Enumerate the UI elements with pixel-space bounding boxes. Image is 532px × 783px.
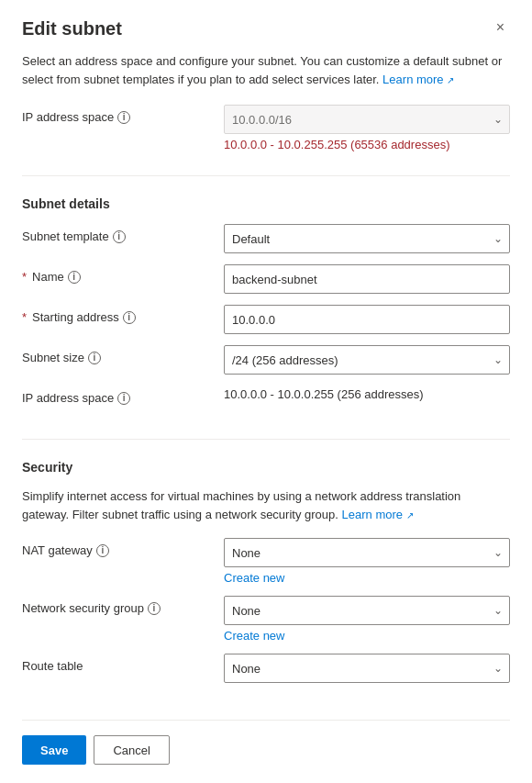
subnet-name-control [224, 264, 510, 294]
subnet-name-info-icon[interactable]: i [68, 271, 81, 284]
subnet-template-control: Default ⌄ [224, 224, 510, 253]
panel-title: Edit subnet [22, 18, 122, 39]
learn-more-link-security[interactable]: Learn more ↗ [342, 508, 414, 521]
subnet-size-control: /24 (256 addresses) ⌄ [224, 345, 510, 375]
panel-header: Edit subnet × [22, 18, 510, 39]
nat-gateway-select-wrapper: None ⌄ [224, 538, 510, 567]
subnet-size-row: Subnet size i /24 (256 addresses) ⌄ [22, 345, 510, 375]
edit-subnet-panel: Edit subnet × Select an address space an… [0, 0, 532, 783]
divider-1 [22, 175, 510, 176]
network-security-group-label: Network security group i [22, 596, 224, 615]
subnet-name-input[interactable] [224, 264, 510, 294]
spacer [22, 694, 510, 720]
starting-address-input[interactable] [224, 305, 510, 334]
name-required-star: * [22, 270, 27, 284]
subnet-ip-range-text: 10.0.0.0 - 10.0.0.255 (256 addresses) [224, 387, 510, 401]
security-section-title: Security [22, 460, 510, 475]
subnet-template-label: Subnet template i [22, 224, 224, 243]
network-security-group-row: Network security group i None ⌄ Create n… [22, 596, 510, 643]
nat-gateway-create-new-link[interactable]: Create new [224, 571, 284, 585]
nat-gateway-control: None ⌄ Create new [224, 538, 510, 585]
security-description: Simplify internet access for virtual mac… [22, 487, 510, 523]
subnet-size-select[interactable]: /24 (256 addresses) [224, 345, 510, 375]
subnet-size-label: Subnet size i [22, 345, 224, 364]
nat-gateway-select[interactable]: None [224, 538, 510, 567]
subnet-template-select-wrapper: Default ⌄ [224, 224, 510, 253]
route-table-control: None ⌄ [224, 654, 510, 683]
ip-address-space-control: 10.0.0.0/16 ⌄ 10.0.0.0 - 10.0.255.255 (6… [224, 105, 510, 151]
divider-2 [22, 439, 510, 440]
starting-address-control [224, 305, 510, 334]
route-table-select-wrapper: None ⌄ [224, 654, 510, 683]
nat-gateway-label: NAT gateway i [22, 538, 224, 557]
starting-address-info-icon[interactable]: i [123, 311, 136, 324]
nat-gateway-info-icon[interactable]: i [96, 544, 109, 557]
subnet-template-info-icon[interactable]: i [113, 230, 126, 243]
subnet-ip-address-space-value: 10.0.0.0 - 10.0.0.255 (256 addresses) [224, 386, 510, 401]
starting-address-row: * Starting address i [22, 305, 510, 334]
ip-address-space-row: IP address space i 10.0.0.0/16 ⌄ 10.0.0.… [22, 105, 510, 151]
cancel-button[interactable]: Cancel [94, 735, 169, 765]
subnet-size-info-icon[interactable]: i [88, 352, 101, 364]
ip-address-space-select-wrapper: 10.0.0.0/16 ⌄ [224, 105, 510, 134]
ip-address-space-select[interactable]: 10.0.0.0/16 [224, 105, 510, 134]
learn-more-link-top[interactable]: Learn more ↗ [382, 73, 454, 86]
network-security-group-select-wrapper: None ⌄ [224, 596, 510, 625]
external-link-icon-top: ↗ [447, 75, 454, 85]
subnet-template-row: Subnet template i Default ⌄ [22, 224, 510, 253]
close-button[interactable]: × [491, 18, 510, 37]
ip-address-range: 10.0.0.0 - 10.0.255.255 (65536 addresses… [224, 138, 510, 151]
save-button[interactable]: Save [22, 735, 86, 765]
subnet-size-select-wrapper: /24 (256 addresses) ⌄ [224, 345, 510, 375]
network-security-group-info-icon[interactable]: i [148, 602, 161, 615]
starting-address-label: * Starting address i [22, 305, 224, 324]
subnet-name-row: * Name i [22, 264, 510, 294]
subnet-ip-address-space-row: IP address space i 10.0.0.0 - 10.0.0.255… [22, 386, 510, 415]
subnet-name-label: * Name i [22, 264, 224, 284]
ip-address-space-label: IP address space i [22, 105, 224, 124]
nat-gateway-row: NAT gateway i None ⌄ Create new [22, 538, 510, 585]
network-security-group-create-new-link[interactable]: Create new [224, 629, 284, 643]
panel-description: Select an address space and configure yo… [22, 52, 510, 88]
route-table-row: Route table None ⌄ [22, 654, 510, 683]
route-table-select[interactable]: None [224, 654, 510, 683]
subnet-ip-address-space-info-icon[interactable]: i [117, 392, 130, 405]
panel-footer: Save Cancel [22, 720, 510, 783]
starting-address-required-star: * [22, 310, 27, 324]
network-security-group-select[interactable]: None [224, 596, 510, 625]
external-link-icon-security: ↗ [406, 510, 414, 520]
network-security-group-control: None ⌄ Create new [224, 596, 510, 643]
route-table-label: Route table [22, 654, 224, 673]
ip-address-space-info-icon[interactable]: i [117, 111, 130, 124]
subnet-template-select[interactable]: Default [224, 224, 510, 253]
subnet-ip-address-space-label: IP address space i [22, 386, 224, 405]
subnet-details-section-title: Subnet details [22, 196, 510, 211]
